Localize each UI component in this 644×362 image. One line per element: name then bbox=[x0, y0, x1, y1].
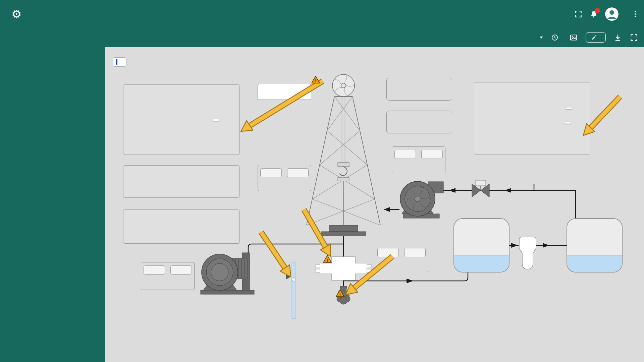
well-depth-input[interactable] bbox=[386, 78, 452, 101]
pencil-icon bbox=[591, 35, 597, 40]
dashboard-canvas: .yu { stroke:#9b7713; stroke-width:17; }… bbox=[105, 47, 644, 362]
rotary-threshold-chip bbox=[213, 119, 219, 121]
drawwork-off-button[interactable] bbox=[170, 265, 192, 275]
edit-mode-button[interactable] bbox=[586, 32, 606, 43]
drill-speed-input[interactable] bbox=[386, 111, 452, 133]
preventer-off-button[interactable] bbox=[404, 248, 426, 257]
thingsboard-logo[interactable]: ⚙ bbox=[0, 0, 105, 28]
notifications-bell-icon[interactable] bbox=[590, 10, 598, 18]
tension-sparkline bbox=[153, 224, 235, 239]
rotor-on-button[interactable] bbox=[260, 168, 282, 177]
notification-count-badge bbox=[595, 8, 600, 13]
top-header bbox=[105, 0, 644, 28]
thingsboard-logo-icon: ⚙ bbox=[11, 7, 21, 21]
flow-rate-chart-widget bbox=[474, 82, 590, 155]
rotary-speed-chart bbox=[125, 99, 237, 153]
pump-on-button[interactable] bbox=[394, 150, 416, 159]
preventer-control-widget bbox=[375, 245, 428, 272]
preventer-on-button[interactable] bbox=[377, 248, 399, 257]
rotary-speed-chart-widget bbox=[123, 84, 240, 155]
rotary-sparkline bbox=[153, 176, 235, 194]
sidebar: ⚙ bbox=[0, 0, 105, 362]
clock-icon bbox=[551, 34, 558, 41]
flow-threshold-chip-30 bbox=[564, 122, 571, 124]
download-icon[interactable] bbox=[614, 34, 622, 42]
drawwork-control-widget bbox=[141, 262, 195, 290]
reset-position-button[interactable] bbox=[258, 84, 311, 100]
drawwork-on-button[interactable] bbox=[144, 265, 165, 275]
image-gallery-icon[interactable] bbox=[570, 34, 578, 42]
dashboard-fullscreen-icon[interactable] bbox=[630, 34, 638, 42]
flow-rate-chart bbox=[476, 97, 588, 153]
status-accent-bar bbox=[116, 59, 117, 65]
entity-selector[interactable] bbox=[537, 37, 543, 39]
timewindow-button[interactable] bbox=[551, 34, 561, 41]
avatar[interactable] bbox=[605, 7, 619, 21]
pump-off-button[interactable] bbox=[421, 150, 443, 159]
tension-widget bbox=[123, 209, 240, 244]
status-widget bbox=[113, 57, 126, 67]
fullscreen-icon[interactable] bbox=[574, 10, 582, 18]
flow-threshold-chip-50 bbox=[566, 107, 572, 109]
pump-control-widget bbox=[392, 146, 445, 173]
rotary-speed-value-widget bbox=[123, 165, 240, 198]
chevron-down-icon bbox=[540, 37, 543, 39]
rotor-off-button[interactable] bbox=[287, 168, 309, 177]
rotor-control-widget bbox=[258, 165, 311, 191]
dashboard-toolbar bbox=[105, 28, 644, 47]
kebab-menu-icon[interactable] bbox=[633, 10, 637, 18]
